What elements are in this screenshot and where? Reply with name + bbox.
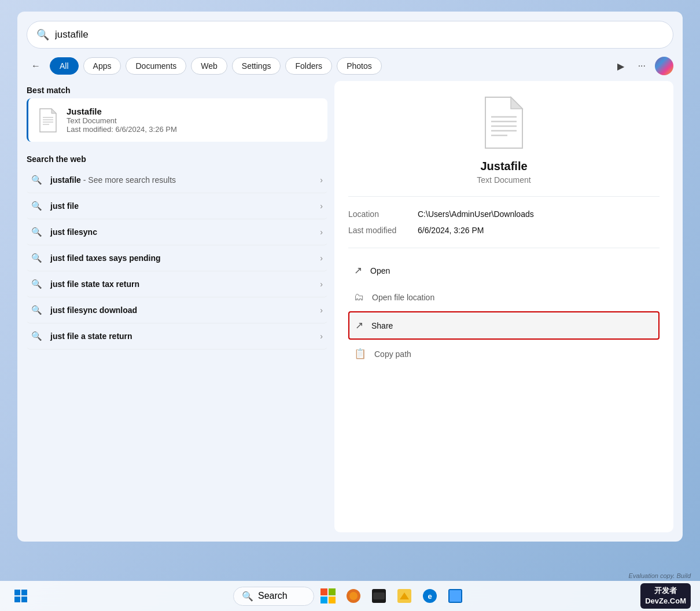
web-search-icon-0: 🔍 bbox=[31, 175, 42, 185]
chevron-icon-3: › bbox=[320, 253, 323, 263]
svg-rect-28 bbox=[455, 596, 461, 602]
chevron-icon-4: › bbox=[320, 279, 323, 289]
chevron-icon-0: › bbox=[320, 175, 323, 185]
taskbar-app-0[interactable] bbox=[316, 584, 340, 608]
open-icon: ↗ bbox=[354, 264, 362, 277]
web-search-item-1[interactable]: 🔍 just file › bbox=[27, 193, 327, 219]
copy-path-label: Copy path bbox=[374, 349, 411, 359]
search-panel: 🔍 ← All Apps Documents Web Settings Fold… bbox=[17, 12, 683, 542]
taskbar-search-label: Search bbox=[258, 591, 288, 601]
file-icon-small bbox=[38, 108, 58, 133]
more-button[interactable]: ··· bbox=[633, 58, 650, 73]
devze-badge: 开发者 DevZe.CoM bbox=[640, 583, 691, 609]
detail-file-type: Text Document bbox=[477, 175, 530, 185]
web-search-icon-5: 🔍 bbox=[31, 305, 42, 315]
devze-line2: DevZe.CoM bbox=[645, 596, 686, 606]
web-search-item-2[interactable]: 🔍 just filesync › bbox=[27, 219, 327, 245]
tab-settings[interactable]: Settings bbox=[232, 57, 281, 75]
file-preview: Justafile Text Document bbox=[348, 95, 660, 197]
open-button[interactable]: ↗ Open bbox=[348, 257, 660, 284]
copy-path-button[interactable]: 📋 Copy path bbox=[348, 341, 660, 367]
open-folder-icon: 🗂 bbox=[354, 292, 364, 303]
search-icon: 🔍 bbox=[36, 28, 49, 41]
web-search-item-4[interactable]: 🔍 just file state tax return › bbox=[27, 271, 327, 297]
taskbar-search[interactable]: 🔍 Search bbox=[233, 587, 314, 606]
search-input[interactable] bbox=[55, 29, 664, 41]
tab-all[interactable]: All bbox=[50, 57, 79, 75]
left-panel: Best match Justafile Text Document L bbox=[27, 81, 327, 532]
chevron-icon-6: › bbox=[320, 332, 323, 341]
detail-file-name: Justafile bbox=[480, 160, 527, 173]
web-search-icon-2: 🔍 bbox=[31, 227, 42, 237]
svg-rect-27 bbox=[450, 596, 455, 602]
meta-modified-value: 6/6/2024, 3:26 PM bbox=[418, 226, 484, 235]
open-label: Open bbox=[370, 266, 390, 275]
best-match-info: Justafile Text Document Last modified: 6… bbox=[67, 106, 177, 134]
taskbar: 🔍 Search bbox=[0, 581, 700, 611]
svg-rect-9 bbox=[14, 590, 20, 595]
chevron-icon-2: › bbox=[320, 227, 323, 237]
tab-photos[interactable]: Photos bbox=[337, 57, 382, 75]
meta-modified-row: Last modified 6/6/2024, 3:26 PM bbox=[348, 222, 660, 238]
web-search-text-2: just filesync bbox=[50, 227, 320, 237]
web-search-text-3: just filed taxes says pending bbox=[50, 253, 320, 263]
taskbar-app-5[interactable] bbox=[444, 584, 467, 608]
best-match-modified: Last modified: 6/6/2024, 3:26 PM bbox=[67, 125, 177, 134]
web-search-section: Search the web 🔍 justafile - See more se… bbox=[27, 150, 327, 532]
meta-location-value: C:\Users\AdminUser\Downloads bbox=[418, 209, 534, 219]
start-button[interactable] bbox=[9, 584, 32, 608]
tab-documents[interactable]: Documents bbox=[126, 57, 186, 75]
svg-rect-12 bbox=[21, 597, 27, 602]
copilot-icon[interactable] bbox=[655, 57, 673, 75]
web-search-item-5[interactable]: 🔍 just filesync download › bbox=[27, 297, 327, 323]
taskbar-app-3[interactable] bbox=[393, 584, 416, 608]
svg-rect-25 bbox=[450, 590, 455, 596]
taskbar-right: 开发者 DevZe.CoM bbox=[640, 583, 691, 609]
svg-rect-13 bbox=[320, 588, 327, 595]
taskbar-app-4[interactable]: e bbox=[418, 584, 441, 608]
web-search-item-6[interactable]: 🔍 just file a state return › bbox=[27, 323, 327, 349]
best-match-name: Justafile bbox=[67, 106, 177, 116]
action-buttons: ↗ Open 🗂 Open file location ↗ Share 📋 Co… bbox=[348, 257, 660, 367]
web-search-text-4: just file state tax return bbox=[50, 279, 320, 289]
taskbar-start bbox=[9, 584, 32, 608]
best-match-type: Text Document bbox=[67, 116, 177, 125]
chevron-icon-5: › bbox=[320, 306, 323, 315]
web-search-text-5: just filesync download bbox=[50, 306, 320, 315]
tab-folders[interactable]: Folders bbox=[285, 57, 332, 75]
web-search-text-1: just file bbox=[50, 201, 320, 211]
taskbar-search-icon: 🔍 bbox=[242, 591, 253, 602]
svg-rect-15 bbox=[320, 597, 327, 603]
svg-rect-16 bbox=[329, 597, 336, 603]
open-file-location-button[interactable]: 🗂 Open file location bbox=[348, 285, 660, 310]
web-search-text-0: justafile - See more search results bbox=[50, 175, 320, 185]
web-search-item-0[interactable]: 🔍 justafile - See more search results › bbox=[27, 167, 327, 193]
share-label: Share bbox=[371, 321, 393, 330]
search-bar[interactable]: 🔍 bbox=[27, 21, 673, 49]
share-button[interactable]: ↗ Share bbox=[348, 311, 660, 340]
content-area: Best match Justafile Text Document L bbox=[17, 81, 683, 542]
copy-path-icon: 📋 bbox=[354, 348, 366, 360]
devze-line1: 开发者 bbox=[645, 586, 686, 596]
svg-point-18 bbox=[349, 592, 358, 600]
open-file-location-label: Open file location bbox=[372, 293, 434, 302]
web-search-text-6: just file a state return bbox=[50, 332, 320, 341]
file-meta: Location C:\Users\AdminUser\Downloads La… bbox=[348, 197, 660, 248]
chevron-icon-1: › bbox=[320, 201, 323, 211]
share-icon: ↗ bbox=[355, 319, 363, 332]
taskbar-app-2[interactable] bbox=[367, 584, 390, 608]
svg-rect-14 bbox=[329, 588, 336, 595]
svg-rect-20 bbox=[373, 592, 385, 599]
tab-web[interactable]: Web bbox=[191, 57, 227, 75]
taskbar-center: 🔍 Search bbox=[233, 584, 467, 608]
file-icon-large bbox=[481, 95, 527, 150]
taskbar-app-1[interactable] bbox=[342, 584, 365, 608]
meta-location-label: Location bbox=[348, 209, 418, 219]
web-search-title: Search the web bbox=[27, 154, 327, 164]
tab-apps[interactable]: Apps bbox=[83, 57, 121, 75]
web-search-icon-4: 🔍 bbox=[31, 279, 42, 289]
web-search-item-3[interactable]: 🔍 just filed taxes says pending › bbox=[27, 245, 327, 271]
back-button[interactable]: ← bbox=[27, 58, 45, 73]
best-match-item[interactable]: Justafile Text Document Last modified: 6… bbox=[27, 98, 327, 142]
play-button[interactable]: ▶ bbox=[613, 58, 629, 74]
